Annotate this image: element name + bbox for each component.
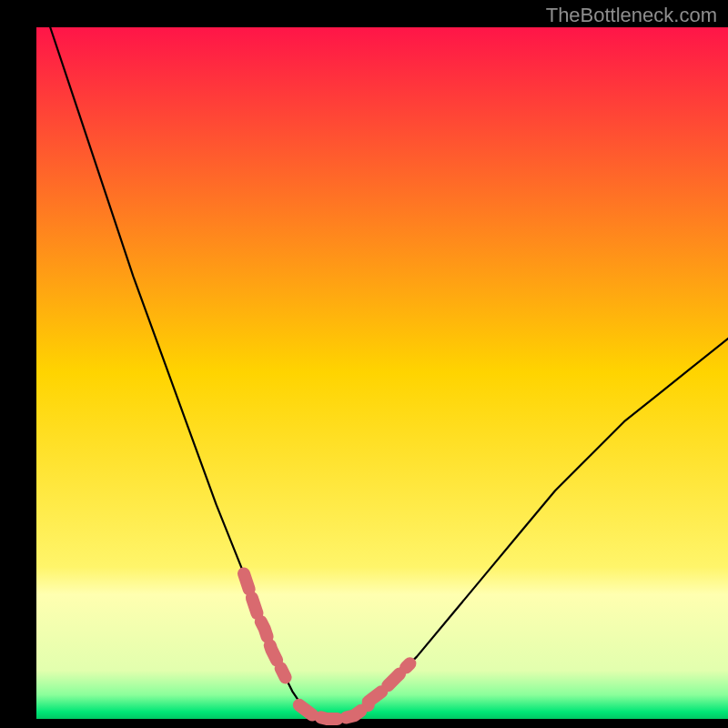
bottleneck-chart [0,0,728,728]
plot-background [36,27,728,719]
chart-frame: TheBottleneck.com [0,0,728,728]
